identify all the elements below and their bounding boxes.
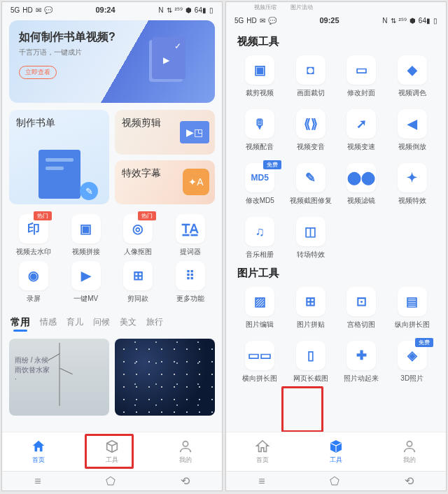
tool-icon: ♫ <box>245 217 274 246</box>
home-icon[interactable]: ⬠ <box>106 474 115 488</box>
nav-tools[interactable]: 工具 <box>328 439 344 465</box>
video-tool-7[interactable]: ◀视频倒放 <box>388 109 437 152</box>
video-tool-6[interactable]: ➚视频变速 <box>337 109 386 152</box>
tool-label: 画面裁切 <box>297 88 325 98</box>
card-effects-subtitle[interactable]: 特效字幕 ✦A <box>115 160 215 205</box>
tool-icon: ✚ <box>346 341 376 370</box>
svg-point-0 <box>183 442 188 446</box>
badge: 热门 <box>138 211 156 220</box>
video-tool-9[interactable]: ✎视频截图修复 <box>287 163 335 206</box>
hero-cta-button[interactable]: 立即查看 <box>19 66 57 79</box>
tool-label: 视频滤镜 <box>347 196 375 206</box>
tab-2[interactable]: 育儿 <box>66 316 83 332</box>
video-tool-11[interactable]: ✦视频特效 <box>388 163 437 206</box>
home-tool-4[interactable]: ◉录屏 <box>9 261 59 304</box>
image-tool-0[interactable]: ▨图片编辑 <box>236 287 284 330</box>
home-tool-2[interactable]: 热门◎人像抠图 <box>113 214 163 257</box>
status-right: N⇅ ²⁵⁹⬢ 64▮▯ <box>158 6 214 14</box>
image-tool-2[interactable]: ⊡宫格切图 <box>337 287 386 330</box>
tab-4[interactable]: 美文 <box>120 316 136 332</box>
home-tool-6[interactable]: ⊞剪同款 <box>113 261 163 304</box>
image-tool-3[interactable]: ▤纵向拼长图 <box>388 287 437 330</box>
system-nav: ≡ ⬠ ⟲ <box>2 471 222 491</box>
image-tool-7[interactable]: 免费◈3D照片 <box>388 341 437 383</box>
tool-icon: ➚ <box>346 109 376 139</box>
back-icon[interactable]: ⟲ <box>405 474 414 488</box>
tool-label: 更多功能 <box>176 294 204 304</box>
tool-label: 视频倒放 <box>398 142 426 152</box>
menu-icon[interactable]: ≡ <box>258 475 265 488</box>
tool-icon: T̲A̲ <box>176 214 205 244</box>
nav-mine[interactable]: 我的 <box>178 439 193 465</box>
image-tools-grid: ▨图片编辑⊞图片拼贴⊡宫格切图▤纵向拼长图▭▭横向拼长图▯网页长截图✚照片动起来… <box>236 287 436 383</box>
nav-mine[interactable]: 我的 <box>402 439 417 465</box>
pen-icon: ✎ <box>80 182 98 200</box>
tool-label: 剪同款 <box>127 294 148 304</box>
template-card-2[interactable] <box>115 339 215 416</box>
screen-tools: 视频压缩 图片流动 5GHD ✉💬 09:25 N⇅ ²⁵⁹⬢ 64▮▯ 视频工… <box>225 1 447 491</box>
tool-label: 视频拼接 <box>72 247 100 257</box>
back-icon[interactable]: ⟲ <box>181 474 190 488</box>
section-title-video: 视频工具 <box>237 35 436 48</box>
tool-label: 提词器 <box>180 247 201 257</box>
template-card-1[interactable]: 雨纷 / 永候 雨饮替水家 · <box>9 339 109 416</box>
card-video-edit[interactable]: 视频剪辑 ▶◳ <box>115 110 215 155</box>
card-label: 特效字幕 <box>122 167 161 178</box>
clock: 09:24 <box>95 6 115 14</box>
tool-label: 视频配音 <box>246 142 274 152</box>
tab-0[interactable]: 常用 <box>10 316 30 332</box>
bottom-nav: 首页 工具 我的 <box>226 432 446 471</box>
home-tool-5[interactable]: ▶一键MV <box>62 261 111 304</box>
video-tool-8[interactable]: 免费MD5修改MD5 <box>236 163 284 206</box>
tool-label: 音乐相册 <box>246 250 274 260</box>
nav-label: 工具 <box>330 456 342 465</box>
tool-label: 照片动起来 <box>344 374 379 383</box>
tool-icon: ⊞ <box>296 287 326 316</box>
menu-icon[interactable]: ≡ <box>34 475 41 488</box>
branch-icon <box>59 343 59 406</box>
person-icon <box>402 439 417 454</box>
tab-3[interactable]: 问候 <box>93 316 110 332</box>
nav-home[interactable]: 首页 <box>31 439 46 465</box>
image-tool-5[interactable]: ▯网页长截图 <box>287 341 335 383</box>
home-tool-1[interactable]: ▣视频拼接 <box>62 214 111 257</box>
video-tool-12[interactable]: ♫音乐相册 <box>236 217 284 260</box>
home-icon[interactable]: ⬠ <box>330 474 340 488</box>
card-label: 制作书单 <box>16 117 55 128</box>
home-tool-7[interactable]: ⠿更多功能 <box>166 261 216 304</box>
tab-5[interactable]: 旅行 <box>146 316 163 332</box>
badge: 免费 <box>263 160 281 169</box>
video-tool-1[interactable]: ◘画面裁切 <box>287 55 335 98</box>
status-left: 5GHD ✉💬 <box>10 6 52 14</box>
tool-label: 一键MV <box>74 294 98 304</box>
tool-label: 录屏 <box>27 294 41 304</box>
clock: 09:25 <box>319 16 339 24</box>
video-tool-10[interactable]: ⬤⬤视频滤镜 <box>337 163 386 206</box>
tool-label: 纵向拼长图 <box>395 320 430 330</box>
highlight-box <box>85 434 134 469</box>
video-tool-2[interactable]: ▭修改封面 <box>337 55 386 98</box>
hero-banner[interactable]: 如何制作书单视频? 千言万语，一键成片 立即查看 <box>9 20 215 103</box>
status-right: N⇅ ²⁵⁹⬢ 64▮▯ <box>382 17 438 24</box>
tool-icon: ◫ <box>296 217 326 246</box>
tool-label: 图片编辑 <box>246 320 274 330</box>
tool-label: 网页长截图 <box>293 374 328 383</box>
video-tool-5[interactable]: ⟪⟫视频变音 <box>287 109 335 152</box>
tool-icon: ✎ <box>296 163 326 192</box>
image-tool-4[interactable]: ▭▭横向拼长图 <box>236 341 284 383</box>
cube-icon <box>328 439 344 454</box>
home-tool-3[interactable]: T̲A̲提词器 <box>166 214 216 257</box>
image-tool-6[interactable]: ✚照片动起来 <box>337 341 386 383</box>
home-tool-0[interactable]: 热门印视频去水印 <box>9 214 59 257</box>
video-tool-4[interactable]: 🎙视频配音 <box>236 109 284 152</box>
video-tool-0[interactable]: ▣裁剪视频 <box>236 55 284 98</box>
tool-label: 人像抠图 <box>124 247 152 257</box>
video-tool-3[interactable]: ◆视频调色 <box>388 55 437 98</box>
image-tool-1[interactable]: ⊞图片拼贴 <box>287 287 335 330</box>
video-tool-13[interactable]: ◫转场特效 <box>287 217 335 260</box>
tool-icon: ▤ <box>398 287 427 316</box>
nav-home[interactable]: 首页 <box>255 439 270 465</box>
card-make-booklist[interactable]: 制作书单 ✎ <box>9 110 109 204</box>
sparkle-text-icon: ✦A <box>183 169 209 195</box>
tab-1[interactable]: 情感 <box>40 316 57 332</box>
